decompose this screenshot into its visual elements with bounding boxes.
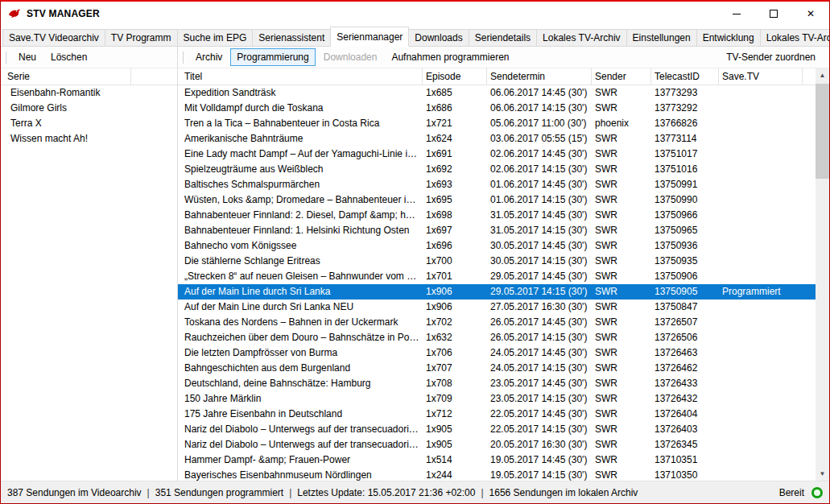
cell-save.tv [719, 407, 803, 422]
table-row[interactable]: Bahnabenteuer Finnland: 2. Diesel, Dampf… [178, 208, 829, 223]
table-row[interactable]: Bahnabenteuer Finnland: 1. Helsinki Rich… [178, 223, 829, 238]
table-row[interactable]: Deutschland, deine Bahnschätze: Hamburg1… [178, 376, 829, 391]
table-row[interactable]: Expedition Sandträsk1x68506.06.2017 14:4… [178, 85, 829, 101]
tab-suche-im-epg[interactable]: Suche im EPG [177, 29, 254, 46]
table-row[interactable]: Auf der Main Line durch Sri Lanka1x90629… [178, 284, 829, 300]
toolbar: NeuLöschen ArchivProgrammierungDownloade… [1, 47, 829, 68]
table-row[interactable]: Auf der Main Line durch Sri Lanka NEU1x9… [178, 300, 829, 315]
toolbar-button-downloaden[interactable]: Downloaden [317, 48, 384, 66]
close-button[interactable]: ✕ [792, 2, 829, 26]
cell-sendetermin: 24.05.2017 14:15 (30') [487, 361, 592, 376]
vertical-scrollbar[interactable]: ▲ ▼ [816, 68, 829, 481]
scroll-down-arrow[interactable]: ▼ [816, 467, 829, 481]
table-row[interactable]: Die stählerne Schlange Eritreas1x70030.0… [178, 254, 829, 269]
tab-entwicklung[interactable]: Entwicklung [696, 29, 761, 46]
column-header-titel[interactable]: Titel [178, 68, 423, 85]
cell-telecastid: 13750936 [651, 238, 719, 254]
cell-episode: 1x695 [423, 192, 487, 208]
cell-episode: 1x700 [423, 254, 487, 269]
series-column-header[interactable]: Serie [1, 68, 131, 85]
series-toolbar: NeuLöschen [1, 47, 178, 68]
table-row[interactable]: Wüsten, Loks &amp; Dromedare – Bahnabent… [178, 192, 829, 208]
toolbar-button-aufnahmen-programmieren[interactable]: Aufnahmen programmieren [385, 48, 515, 66]
tab-downloads[interactable]: Downloads [408, 29, 469, 46]
table-row[interactable]: „Strecken 8“ auf neuen Gleisen – Bahnwun… [178, 269, 829, 284]
table-row[interactable]: Tren a la Tica – Bahnabenteuer in Costa … [178, 116, 829, 131]
column-header-save.tv[interactable]: Save.TV [719, 68, 803, 85]
cell-sender: SWR [592, 177, 651, 192]
status-segment: Letztes Update: 15.05.2017 21:36 +02:00 [297, 487, 475, 498]
tv-sender-zuordnen-button[interactable]: TV-Sender zuordnen [720, 48, 822, 66]
series-item[interactable]: Gilmore Girls [1, 101, 177, 116]
cell-telecastid: 13710350 [651, 468, 719, 481]
table-row[interactable]: Hammer Dampf- &amp; Frauen-Power1x51419.… [178, 452, 829, 468]
scroll-up-arrow[interactable]: ▲ [816, 68, 829, 82]
table-row[interactable]: Bahnecho vom Königssee1x69630.05.2017 14… [178, 238, 829, 254]
scroll-thumb[interactable] [816, 84, 829, 179]
cell-save.tv [719, 85, 803, 101]
cell-sender: SWR [592, 391, 651, 407]
status-separator: | [481, 487, 483, 498]
cell-sender: SWR [592, 376, 651, 391]
toolbar-button-neu[interactable]: Neu [12, 48, 43, 66]
cell-save.tv [719, 177, 803, 192]
table-header-row: TitelEpisodeSendeterminSenderTelecastIDS… [178, 68, 829, 85]
table-row[interactable]: Baltisches Schmalspurmärchen1x69301.06.2… [178, 177, 829, 192]
cell-save.tv: Programmiert [719, 284, 803, 300]
cell-telecastid: 13751017 [651, 147, 719, 162]
table-row[interactable]: Rauchzeichen über dem Douro – Bahnschätz… [178, 330, 829, 345]
minimize-button[interactable] [718, 2, 755, 26]
cell-telecastid: 13750965 [651, 223, 719, 238]
series-item[interactable]: Terra X [1, 116, 177, 131]
table-row[interactable]: Nariz del Diabolo – Unterwegs auf der tr… [178, 422, 829, 437]
series-item[interactable]: Wissen macht Ah! [1, 131, 177, 147]
cell-telecastid: 13750847 [651, 300, 719, 315]
tab-lokales-tv-archiv[interactable]: Lokales TV-Archiv [536, 29, 627, 46]
table-row[interactable]: 175 Jahre Eisenbahn in Deutschland1x7122… [178, 407, 829, 422]
episodes-table: TitelEpisodeSendeterminSenderTelecastIDS… [178, 68, 829, 481]
tab-tv-programm[interactable]: TV Programm [105, 29, 178, 46]
cell-sendetermin: 23.05.2017 14:15 (30') [487, 391, 592, 407]
table-row[interactable]: Spielzeugträume aus Weißblech1x69202.06.… [178, 162, 829, 177]
tab-einstellungen[interactable]: Einstellungen [626, 29, 697, 46]
title-bar: STV MANAGER ✕ [1, 2, 829, 26]
table-row[interactable]: Eine Lady macht Dampf – Auf der Yamaguch… [178, 147, 829, 162]
table-row[interactable]: Amerikanische Bahnträume1x62403.06.2017 … [178, 131, 829, 147]
table-row[interactable]: Mit Volldampf durch die Toskana1x68606.0… [178, 101, 829, 116]
tab-serienmanager[interactable]: Serienmanager [330, 27, 409, 47]
table-row[interactable]: Nariz del Diabolo – Unterwegs auf der tr… [178, 437, 829, 452]
cell-sendetermin: 23.05.2017 14:45 (30') [487, 376, 592, 391]
column-header-episode[interactable]: Episode [423, 68, 487, 85]
tab-seriendetails[interactable]: Seriendetails [469, 29, 537, 46]
cell-sender: SWR [592, 131, 651, 147]
tab-save.tv-videoarchiv[interactable]: Save.TV Videoarchiv [2, 29, 105, 46]
cell-titel: Hammer Dampf- &amp; Frauen-Power [178, 452, 423, 468]
table-row[interactable]: Bayerisches Eisenbahnmuseum Nördlingen1x… [178, 468, 829, 481]
cell-episode: 1x686 [423, 101, 487, 116]
series-item[interactable]: Eisenbahn-Romantik [1, 85, 177, 101]
cell-titel: Bayerisches Eisenbahnmuseum Nördlingen [178, 468, 423, 481]
column-header-sendetermin[interactable]: Sendetermin [487, 68, 592, 85]
toolbar-button-löschen[interactable]: Löschen [44, 48, 93, 66]
maximize-button[interactable] [755, 2, 792, 26]
table-row[interactable]: Bahngeschichten aus dem Burgenland1x7072… [178, 361, 829, 376]
cell-sendetermin: 24.05.2017 14:45 (30') [487, 345, 592, 361]
cell-episode: 1x701 [423, 269, 487, 284]
cell-save.tv [719, 131, 803, 147]
toolbar-button-archiv[interactable]: Archiv [189, 48, 229, 66]
cell-episode: 1x707 [423, 361, 487, 376]
tab-serienassistent[interactable]: Serienassistent [252, 29, 331, 46]
cell-save.tv [719, 468, 803, 481]
table-row[interactable]: Toskana des Nordens – Bahnen in der Ucke… [178, 315, 829, 330]
toolbar-button-programmierung[interactable]: Programmierung [230, 48, 315, 66]
cell-titel: Die letzten Dampfrösser von Burma [178, 345, 423, 361]
column-header-telecastid[interactable]: TelecastID [651, 68, 719, 85]
cell-episode: 1x624 [423, 131, 487, 147]
tab-lokales-tv-archiv[interactable]: Lokales TV-Archiv [760, 29, 830, 46]
table-row[interactable]: Die letzten Dampfrösser von Burma1x70624… [178, 345, 829, 361]
cell-titel: 150 Jahre Märklin [178, 391, 423, 407]
column-header-sender[interactable]: Sender [592, 68, 651, 85]
table-row[interactable]: 150 Jahre Märklin1x70923.05.2017 14:15 (… [178, 391, 829, 407]
cell-telecastid: 13726403 [651, 422, 719, 437]
cell-sendetermin: 22.05.2017 14:15 (30') [487, 422, 592, 437]
